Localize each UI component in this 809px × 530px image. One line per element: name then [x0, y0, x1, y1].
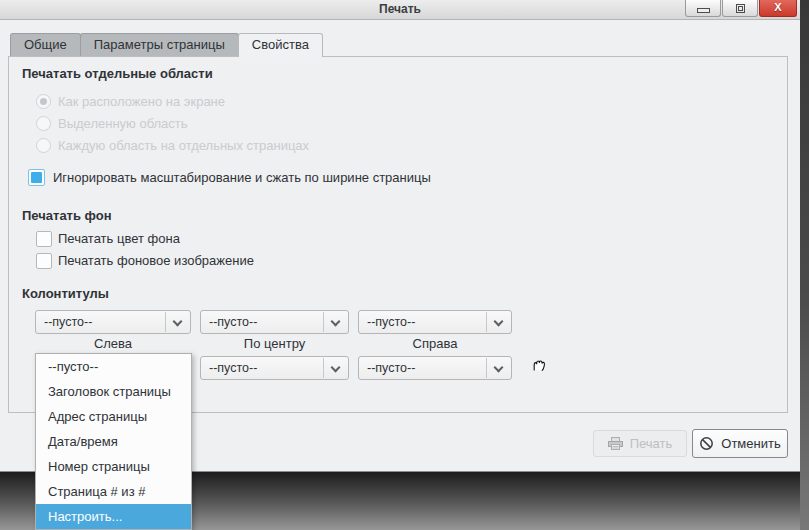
dropdown-arrow-box: [486, 312, 511, 332]
checkbox-bg-color[interactable]: [36, 231, 52, 247]
menu-item-date-time[interactable]: Дата/время: [36, 429, 191, 454]
maximize-button[interactable]: [722, 0, 758, 17]
dropdown-arrow-box: [323, 358, 348, 378]
column-label-left: Слева: [35, 336, 191, 352]
dropdown-footer-right-value: --пусто--: [367, 357, 415, 379]
radio-as-on-screen[interactable]: [36, 94, 51, 109]
radio-selected-area-label: Выделенную область: [58, 116, 188, 131]
menu-item-empty[interactable]: --пусто--: [36, 354, 191, 379]
checkbox-bg-image[interactable]: [36, 253, 52, 269]
chevron-down-icon: [494, 363, 504, 373]
maximize-icon: [736, 4, 745, 13]
section-print-areas-title: Печатать отдельные области: [22, 66, 213, 81]
minimize-button[interactable]: [685, 0, 721, 17]
chevron-down-icon: [494, 317, 504, 327]
dropdown-footer-center-value: --пусто--: [209, 357, 257, 379]
window-title: Печать: [379, 2, 421, 16]
dropdown-header-right-value: --пусто--: [367, 311, 415, 333]
menu-item-page-address[interactable]: Адрес страницы: [36, 404, 191, 429]
cancel-button-label: Отменить: [721, 436, 780, 451]
print-button-label: Печать: [630, 436, 673, 451]
hand-cursor-icon: [531, 356, 549, 377]
dropdown-header-center[interactable]: --пусто--: [200, 310, 349, 334]
checkbox-ignore-scaling-label: Игнорировать масштабирование и сжать по …: [53, 169, 431, 186]
minimize-icon: [697, 8, 710, 13]
chevron-down-icon: [331, 317, 341, 327]
menu-item-customize[interactable]: Настроить...: [36, 504, 191, 529]
dropdown-footer-center[interactable]: --пусто--: [200, 356, 349, 380]
column-label-center: По центру: [200, 336, 349, 352]
titlebar[interactable]: Печать: [0, 0, 800, 20]
screen: Печать X Общие Параметры страницы Свойст…: [0, 0, 809, 530]
tab-properties[interactable]: Свойства: [238, 33, 323, 57]
chevron-down-icon: [331, 363, 341, 373]
radio-each-area-separate-label: Каждую область на отдельных страницах: [58, 138, 309, 153]
radio-as-on-screen-label: Как расположено на экране: [58, 94, 225, 109]
dropdown-header-left-value: --пусто--: [44, 311, 92, 333]
printer-icon: [608, 437, 623, 450]
checkbox-bg-image-label: Печатать фоновое изображение: [58, 253, 254, 269]
column-label-right: Справа: [358, 336, 512, 352]
radio-selected-area[interactable]: [36, 116, 51, 131]
section-background-title: Печатать фон: [22, 208, 112, 223]
checkbox-ignore-scaling[interactable]: [28, 169, 45, 186]
section-headers-footers-title: Колонтитулы: [22, 286, 109, 301]
cancel-icon: [699, 436, 714, 451]
cancel-button[interactable]: Отменить: [692, 429, 788, 458]
dropdown-footer-right[interactable]: --пусто--: [358, 356, 512, 380]
dropdown-header-center-value: --пусто--: [209, 311, 257, 333]
desktop-background-right: [800, 0, 809, 530]
chevron-down-icon: [173, 317, 183, 327]
menu-item-page-number[interactable]: Номер страницы: [36, 454, 191, 479]
close-button[interactable]: X: [759, 0, 797, 17]
dropdown-header-right[interactable]: --пусто--: [358, 310, 512, 334]
tab-bar: Общие Параметры страницы Свойства: [10, 33, 322, 57]
radio-each-area-separate[interactable]: [36, 138, 51, 153]
print-button[interactable]: Печать: [593, 430, 687, 457]
menu-item-page-x-of-y[interactable]: Страница # из #: [36, 479, 191, 504]
checkbox-bg-color-label: Печатать цвет фона: [58, 231, 180, 247]
dropdown-arrow-box: [323, 312, 348, 332]
dropdown-menu: --пусто-- Заголовок страницы Адрес стран…: [35, 353, 192, 530]
dropdown-header-left[interactable]: --пусто--: [35, 310, 191, 334]
tab-page-setup[interactable]: Параметры страницы: [80, 33, 239, 56]
tab-general[interactable]: Общие: [10, 33, 81, 56]
dropdown-arrow-box: [486, 358, 511, 378]
dropdown-arrow-box: [165, 312, 190, 332]
close-icon: X: [774, 1, 781, 13]
menu-item-page-title[interactable]: Заголовок страницы: [36, 379, 191, 404]
